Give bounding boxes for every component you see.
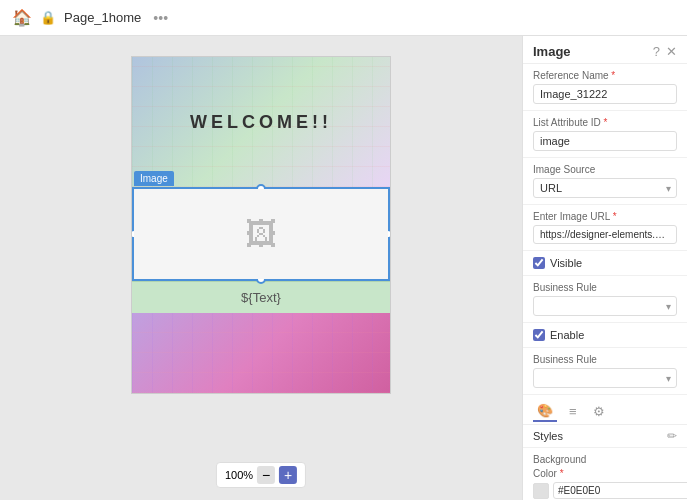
panel-header: Image ? ✕ xyxy=(523,36,687,64)
close-icon[interactable]: ✕ xyxy=(666,44,677,59)
image-badge: Image xyxy=(134,171,174,186)
background-section: Background Color * ⊘ % xyxy=(523,448,687,500)
main-layout: WELCOME!! Image 🖼 ${Text} xyxy=(0,36,687,500)
image-element[interactable]: Image 🖼 xyxy=(132,187,390,281)
image-source-section: Image Source URL File Dynamic xyxy=(523,158,687,205)
help-icon[interactable]: ? xyxy=(653,44,660,59)
zoom-level: 100% xyxy=(225,469,253,481)
visible-section: Visible xyxy=(523,251,687,276)
image-placeholder-icon: 🖼 xyxy=(245,216,277,253)
tab-settings[interactable]: ⚙ xyxy=(589,402,609,421)
image-source-select[interactable]: URL File Dynamic xyxy=(533,178,677,198)
panel-header-icons: ? ✕ xyxy=(653,44,677,59)
canvas-page: WELCOME!! Image 🖼 ${Text} xyxy=(131,56,391,394)
more-icon[interactable]: ••• xyxy=(153,10,168,26)
image-source-select-wrapper: URL File Dynamic xyxy=(533,178,677,198)
enable-checkbox[interactable] xyxy=(533,329,545,341)
color-swatch[interactable] xyxy=(533,483,549,499)
image-url-input[interactable] xyxy=(533,225,677,244)
styles-row: Styles ✏ xyxy=(523,425,687,448)
business-rule-select-wrapper-2 xyxy=(533,368,677,388)
list-attr-label: List Attribute ID * xyxy=(533,117,677,128)
zoom-controls: 100% − + xyxy=(216,462,306,488)
reference-name-section: Reference Name * xyxy=(523,64,687,111)
zoom-plus-button[interactable]: + xyxy=(279,466,297,484)
page-title: Page_1home xyxy=(64,10,141,25)
color-value-input[interactable] xyxy=(553,482,687,499)
styles-label: Styles xyxy=(533,430,563,442)
home-icon[interactable]: 🏠 xyxy=(12,8,32,27)
business-rule-select-1[interactable] xyxy=(533,296,677,316)
style-tabs: 🎨 ≡ ⚙ xyxy=(523,395,687,425)
zoom-minus-button[interactable]: − xyxy=(257,466,275,484)
enable-label: Enable xyxy=(550,329,584,341)
text-section[interactable]: ${Text} xyxy=(132,281,390,313)
visible-checkbox-row[interactable]: Visible xyxy=(533,257,677,269)
tab-style[interactable]: 🎨 xyxy=(533,401,557,422)
topbar: 🏠 🔒 Page_1home ••• xyxy=(0,0,687,36)
visible-checkbox[interactable] xyxy=(533,257,545,269)
enable-section: Enable xyxy=(523,323,687,348)
text-placeholder: ${Text} xyxy=(241,290,281,305)
canvas-area[interactable]: WELCOME!! Image 🖼 ${Text} xyxy=(0,36,522,500)
color-row: ⊘ % xyxy=(533,482,677,499)
business-rule-section-1: Business Rule xyxy=(523,276,687,323)
bottom-grid-overlay xyxy=(132,313,390,393)
edit-icon[interactable]: ✏ xyxy=(667,429,677,443)
visible-label: Visible xyxy=(550,257,582,269)
list-attr-section: List Attribute ID * xyxy=(523,111,687,158)
canvas-bottom xyxy=(132,313,390,393)
lock-icon: 🔒 xyxy=(40,10,56,25)
business-rule-select-2[interactable] xyxy=(533,368,677,388)
image-inner: 🖼 xyxy=(134,189,388,279)
panel-title: Image xyxy=(533,44,571,59)
image-source-label: Image Source xyxy=(533,164,677,175)
welcome-text: WELCOME!! xyxy=(190,112,332,133)
canvas-header: WELCOME!! xyxy=(132,57,390,187)
background-label: Background xyxy=(533,454,677,465)
image-url-section: Enter Image URL * xyxy=(523,205,687,251)
color-label: Color * xyxy=(533,468,677,479)
list-attr-input[interactable] xyxy=(533,131,677,151)
reference-name-label: Reference Name * xyxy=(533,70,677,81)
business-rule-label-2: Business Rule xyxy=(533,354,677,365)
business-rule-select-wrapper-1 xyxy=(533,296,677,316)
image-url-label: Enter Image URL * xyxy=(533,211,677,222)
right-panel: Image ? ✕ Reference Name * List Attribut… xyxy=(522,36,687,500)
enable-checkbox-row[interactable]: Enable xyxy=(533,329,677,341)
tab-list[interactable]: ≡ xyxy=(565,402,581,421)
reference-name-input[interactable] xyxy=(533,84,677,104)
business-rule-section-2: Business Rule xyxy=(523,348,687,395)
business-rule-label-1: Business Rule xyxy=(533,282,677,293)
